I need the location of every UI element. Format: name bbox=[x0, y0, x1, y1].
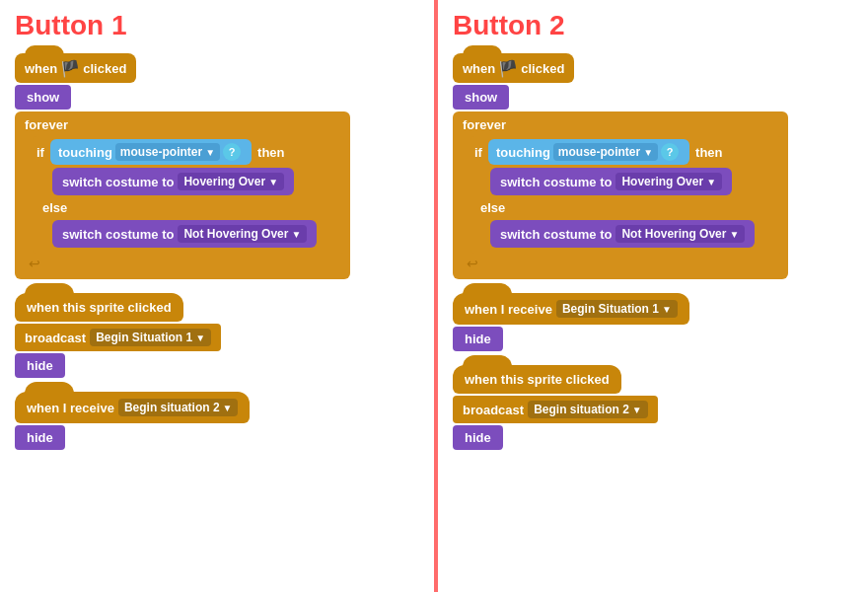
right-question: ? bbox=[661, 143, 679, 161]
show-label-left: show bbox=[27, 90, 59, 105]
right-receive-arrow: ▼ bbox=[662, 304, 672, 315]
right-receive-hat[interactable]: when I receive Begin Situation 1 ▼ bbox=[453, 293, 689, 325]
left-hide-block-2[interactable]: hide bbox=[15, 353, 65, 378]
right-hide-block-2[interactable]: hide bbox=[453, 327, 503, 351]
left-receive-label: when I receive bbox=[27, 401, 114, 415]
left-broadcast-block[interactable]: broadcast Begin Situation 1 ▼ bbox=[15, 324, 221, 351]
right-not-hover-arrow: ▼ bbox=[729, 229, 739, 240]
right-broadcast-block[interactable]: broadcast Begin situation 2 ▼ bbox=[453, 396, 658, 423]
left-mouse-dropdown[interactable]: mouse-pointer ▼ bbox=[115, 143, 220, 161]
left-not-hover-arrow: ▼ bbox=[291, 229, 301, 240]
then-label-left: then bbox=[257, 145, 284, 160]
right-receive-group: when I receive Begin Situation 1 ▼ hide bbox=[453, 293, 857, 351]
left-receive-group: when I receive Begin situation 2 ▼ hide bbox=[15, 392, 419, 450]
switch-label-left: switch costume to bbox=[62, 175, 174, 189]
left-sprite-group: when this sprite clicked broadcast Begin… bbox=[15, 293, 419, 378]
right-sprite-hat[interactable]: when this sprite clicked bbox=[453, 365, 621, 394]
forever-label-left: forever bbox=[21, 115, 344, 136]
hide-label-left-2: hide bbox=[27, 358, 53, 373]
hide-label-left-3: hide bbox=[27, 430, 53, 445]
left-repeat-arrow: ↩ bbox=[29, 256, 344, 271]
left-switch-not-hover[interactable]: switch costume to Not Hovering Over ▼ bbox=[52, 220, 317, 248]
broadcast-label-left: broadcast bbox=[25, 331, 86, 345]
left-touching-block[interactable]: touching mouse-pointer ▼ ? bbox=[50, 139, 252, 165]
right-switch-not-hover[interactable]: switch costume to Not Hovering Over ▼ bbox=[490, 220, 755, 248]
right-title: Button 2 bbox=[453, 10, 857, 41]
when-text-left: when bbox=[25, 61, 57, 76]
left-hovering-dropdown[interactable]: Hovering Over ▼ bbox=[178, 173, 284, 190]
switch-label-right: switch costume to bbox=[500, 175, 612, 189]
right-column: Button 2 when 🏴 clicked show forever if bbox=[438, 0, 868, 474]
left-broadcast-dropdown[interactable]: Begin Situation 1 ▼ bbox=[90, 329, 211, 346]
right-if-block[interactable]: if touching mouse-pointer ▼ ? then bbox=[470, 136, 782, 254]
right-switch-hover[interactable]: switch costume to Hovering Over ▼ bbox=[490, 168, 732, 195]
then-label-right: then bbox=[695, 145, 722, 160]
page-container: Button 1 when 🏴 clicked show forever bbox=[0, 0, 868, 592]
touching-label-right: touching bbox=[496, 145, 550, 160]
right-hover-arrow: ▼ bbox=[706, 177, 716, 187]
broadcast-label-right: broadcast bbox=[463, 403, 524, 417]
left-if-block[interactable]: if touching mouse-pointer ▼ ? then bbox=[33, 136, 344, 254]
right-sprite-group: when this sprite clicked broadcast Begin… bbox=[453, 365, 857, 450]
right-else-blocks: switch costume to Not Hovering Over ▼ bbox=[490, 217, 778, 251]
clicked-text-left: clicked bbox=[83, 61, 126, 76]
hide-label-right-3: hide bbox=[465, 430, 491, 445]
touching-label-left: touching bbox=[58, 145, 112, 160]
hide-label-right-2: hide bbox=[465, 332, 491, 346]
left-sprite-hat[interactable]: when this sprite clicked bbox=[15, 293, 183, 322]
left-hide-block-3[interactable]: hide bbox=[15, 425, 65, 450]
switch-not-label-right: switch costume to bbox=[500, 227, 612, 242]
clicked-text-right: clicked bbox=[521, 61, 564, 76]
right-touching-block[interactable]: touching mouse-pointer ▼ ? bbox=[488, 139, 689, 165]
right-then-blocks: switch costume to Hovering Over ▼ bbox=[490, 165, 778, 198]
right-flag-hat[interactable]: when 🏴 clicked bbox=[453, 53, 574, 83]
left-title: Button 1 bbox=[15, 10, 419, 41]
right-receive-label: when I receive bbox=[465, 302, 552, 317]
left-switch-hover[interactable]: switch costume to Hovering Over ▼ bbox=[52, 168, 294, 195]
if-label-right: if bbox=[474, 145, 482, 160]
right-broadcast-arrow: ▼ bbox=[632, 405, 642, 415]
else-label-left: else bbox=[36, 198, 340, 217]
left-broadcast-arrow: ▼ bbox=[195, 333, 205, 343]
left-flag-group: when 🏴 clicked show forever if bbox=[15, 53, 419, 279]
left-column: Button 1 when 🏴 clicked show forever bbox=[0, 0, 434, 592]
left-question: ? bbox=[223, 143, 241, 161]
when-text-right: when bbox=[463, 61, 495, 76]
right-hovering-dropdown[interactable]: Hovering Over ▼ bbox=[615, 173, 722, 190]
left-else-blocks: switch costume to Not Hovering Over ▼ bbox=[52, 217, 340, 251]
left-mouse-arrow: ▼ bbox=[205, 147, 215, 158]
right-show-block[interactable]: show bbox=[453, 85, 509, 110]
right-hide-block-3[interactable]: hide bbox=[453, 425, 503, 450]
forever-label-right: forever bbox=[459, 115, 782, 136]
right-broadcast-dropdown[interactable]: Begin situation 2 ▼ bbox=[528, 401, 648, 418]
right-sprite-hat-label: when this sprite clicked bbox=[465, 372, 610, 387]
left-receive-hat[interactable]: when I receive Begin situation 2 ▼ bbox=[15, 392, 250, 423]
flag-icon-left: 🏴 bbox=[60, 59, 80, 78]
show-label-right: show bbox=[465, 90, 497, 105]
left-show-block[interactable]: show bbox=[15, 85, 71, 110]
right-mouse-arrow: ▼ bbox=[643, 147, 653, 158]
left-receive-dropdown[interactable]: Begin situation 2 ▼ bbox=[118, 399, 239, 416]
if-label-left: if bbox=[36, 145, 44, 160]
left-hover-arrow: ▼ bbox=[268, 177, 278, 187]
right-mouse-dropdown[interactable]: mouse-pointer ▼ bbox=[553, 143, 658, 161]
left-flag-hat[interactable]: when 🏴 clicked bbox=[15, 53, 136, 83]
left-sprite-hat-label: when this sprite clicked bbox=[27, 300, 172, 315]
left-not-hovering-dropdown[interactable]: Not Hovering Over ▼ bbox=[178, 225, 307, 243]
switch-not-label-left: switch costume to bbox=[62, 227, 174, 242]
left-forever-block[interactable]: forever if touching mouse-pointer ▼ bbox=[15, 111, 350, 279]
right-flag-group: when 🏴 clicked show forever if touching bbox=[453, 53, 857, 279]
else-label-right: else bbox=[474, 198, 778, 217]
left-then-blocks: switch costume to Hovering Over ▼ bbox=[52, 165, 340, 198]
right-not-hovering-dropdown[interactable]: Not Hovering Over ▼ bbox=[615, 225, 745, 243]
right-repeat-arrow: ↩ bbox=[467, 256, 782, 271]
flag-icon-right: 🏴 bbox=[498, 59, 518, 78]
left-receive-arrow: ▼ bbox=[223, 403, 233, 413]
right-forever-block[interactable]: forever if touching mouse-pointer ▼ ? bbox=[453, 111, 788, 279]
right-receive-dropdown[interactable]: Begin Situation 1 ▼ bbox=[556, 300, 678, 318]
column-divider bbox=[434, 0, 438, 592]
